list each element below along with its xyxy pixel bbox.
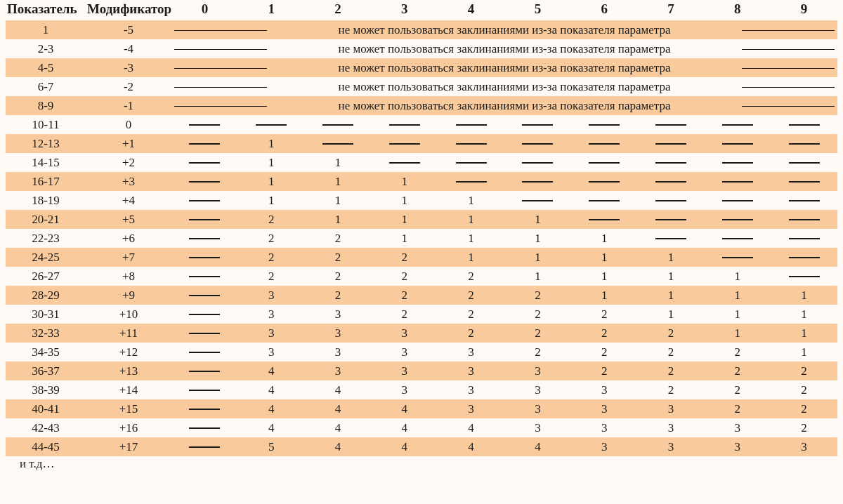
cell-lvl: 4	[238, 380, 305, 399]
cell-mod: +3	[86, 172, 171, 191]
cell-lvl	[638, 153, 705, 172]
cell-lvl: 3	[438, 343, 504, 362]
cell-lvl: 2	[571, 305, 638, 324]
cell-lvl: 4	[371, 437, 438, 456]
cell-lvl: 5	[238, 437, 305, 456]
cell-lvl: 2	[305, 267, 372, 286]
cell-lvl	[238, 115, 305, 134]
cell-lvl: 1	[571, 267, 638, 286]
table-row: 12-13+11	[6, 134, 837, 153]
dash-icon	[589, 200, 620, 201]
dash-icon	[722, 257, 753, 258]
cell-lvl: 1	[438, 210, 504, 229]
cell-lvl	[571, 191, 638, 210]
table-row: 30-31+10332222111	[6, 305, 837, 324]
cell-lvl: 2	[438, 324, 504, 343]
cell-mod: +2	[86, 153, 171, 172]
dash-icon	[189, 427, 220, 429]
cell-stat: 32-33	[6, 324, 86, 343]
cell-stat: 14-15	[6, 153, 86, 172]
cell-lvl	[438, 153, 504, 172]
cell-lvl: 3	[504, 362, 571, 380]
cell-lvl: 1	[504, 267, 571, 286]
cell-lvl: 3	[771, 437, 837, 456]
cell-lvl: 2	[704, 380, 771, 399]
cell-mod: -3	[86, 58, 171, 77]
cell-lvl	[704, 172, 771, 191]
cell-lvl: 2	[371, 248, 438, 267]
cell-lvl: 1	[305, 153, 372, 172]
cell-lvl: 2	[771, 380, 837, 399]
cell-lvl	[704, 191, 771, 210]
cell-lvl: 2	[238, 229, 305, 248]
cell-lvl	[171, 343, 238, 362]
cell-lvl: 3	[305, 343, 372, 362]
cell-mod: -1	[86, 96, 171, 115]
table-row: 16-17+3111	[6, 172, 837, 191]
cell-lvl: 1	[704, 305, 771, 324]
cell-lvl	[171, 229, 238, 248]
footer-etc: и т.д…	[6, 456, 837, 472]
cell-lvl	[171, 418, 238, 437]
cell-lvl: 2	[504, 305, 571, 324]
cell-mod: +14	[86, 380, 171, 399]
cell-mod: +10	[86, 305, 171, 324]
cell-lvl: 4	[305, 399, 372, 418]
dash-icon	[522, 200, 553, 201]
cell-cannot-cast: не может пользоваться заклинаниями из-за…	[171, 96, 837, 115]
cell-lvl	[371, 153, 438, 172]
cell-lvl: 1	[438, 229, 504, 248]
cell-lvl: 2	[571, 343, 638, 362]
dash-icon	[322, 143, 353, 145]
cell-lvl	[504, 153, 571, 172]
cell-cannot-cast: не может пользоваться заклинаниями из-за…	[171, 77, 837, 96]
dash-icon	[655, 181, 686, 183]
cannot-cast-text: не может пользоваться заклинаниями из-за…	[334, 99, 675, 113]
cell-lvl: 3	[371, 362, 438, 380]
cell-mod: +1	[86, 134, 171, 153]
cell-lvl: 2	[438, 267, 504, 286]
cell-lvl	[638, 191, 705, 210]
cell-lvl: 3	[638, 418, 705, 437]
cell-stat: 22-23	[6, 229, 86, 248]
cell-lvl	[171, 362, 238, 380]
cell-lvl: 4	[371, 399, 438, 418]
cell-lvl	[171, 172, 238, 191]
cell-lvl	[771, 134, 837, 153]
cell-lvl: 2	[771, 418, 837, 437]
dash-icon	[589, 162, 620, 164]
cell-mod: +12	[86, 343, 171, 362]
cell-lvl: 2	[704, 343, 771, 362]
cell-lvl: 3	[238, 343, 305, 362]
cell-lvl: 1	[638, 305, 705, 324]
dash-icon	[522, 162, 553, 164]
col-header-lvl-4: 4	[438, 0, 504, 20]
cell-mod: +16	[86, 418, 171, 437]
cell-stat: 2-3	[6, 39, 86, 58]
dash-icon	[589, 219, 620, 220]
cell-lvl	[171, 115, 238, 134]
cell-lvl: 1	[371, 172, 438, 191]
cell-mod: +9	[86, 286, 171, 305]
cell-lvl: 1	[638, 248, 705, 267]
cell-lvl: 1	[238, 191, 305, 210]
dash-icon	[189, 295, 220, 296]
cell-stat: 38-39	[6, 380, 86, 399]
cell-lvl: 1	[238, 172, 305, 191]
dash-icon	[189, 446, 220, 448]
cell-stat: 34-35	[6, 343, 86, 362]
cell-lvl: 2	[571, 362, 638, 380]
cell-stat: 24-25	[6, 248, 86, 267]
cell-stat: 16-17	[6, 172, 86, 191]
cell-mod: +13	[86, 362, 171, 380]
dash-icon	[655, 143, 686, 145]
cell-lvl: 2	[438, 305, 504, 324]
cell-lvl	[771, 267, 837, 286]
cell-stat: 36-37	[6, 362, 86, 380]
dash-icon	[789, 162, 820, 164]
cell-mod: 0	[86, 115, 171, 134]
cell-lvl: 1	[504, 248, 571, 267]
cell-lvl: 1	[371, 210, 438, 229]
dash-icon	[189, 352, 220, 353]
cell-lvl	[571, 153, 638, 172]
